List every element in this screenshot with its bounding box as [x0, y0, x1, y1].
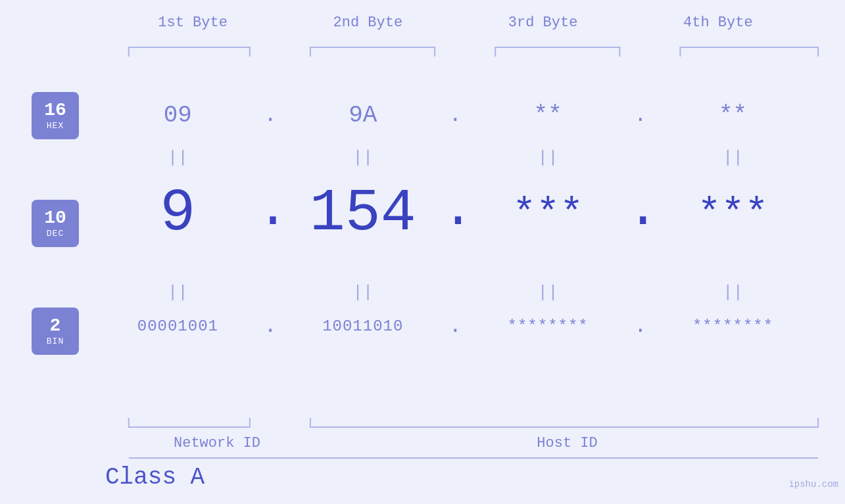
class-label: Class A	[105, 464, 205, 491]
dot-bin-2: .	[442, 314, 468, 338]
equals-row-2: || || || ||	[105, 283, 806, 302]
hex-val-1: 09	[112, 102, 243, 129]
id-labels: Network ID Host ID	[105, 435, 806, 451]
eq-1-2: ||	[297, 148, 429, 168]
hex-val-4: **	[667, 102, 799, 129]
network-id-label: Network ID	[105, 435, 329, 451]
class-section: Class A	[105, 464, 806, 491]
dec-val-4: ***	[667, 194, 799, 243]
col-header-2: 2nd Byte	[295, 14, 440, 31]
bin-badge: 2 BIN	[32, 308, 79, 355]
col-header-1: 1st Byte	[120, 14, 265, 31]
eq-1-4: ||	[667, 148, 799, 168]
dot-dec-1: .	[257, 184, 283, 243]
dec-val-1: 9	[112, 184, 243, 243]
hex-row: 09 . 9A . ** . **	[105, 102, 806, 129]
bin-val-2: 10011010	[297, 317, 429, 335]
hex-val-3: **	[482, 102, 614, 129]
bin-val-1: 00001001	[112, 317, 243, 335]
hex-badge-number: 16	[44, 101, 66, 120]
dec-row: 9 . 154 . *** . ***	[105, 184, 806, 243]
dot-dec-2: .	[442, 184, 468, 243]
hex-val-2: 9A	[297, 102, 429, 129]
column-headers: 1st Byte 2nd Byte 3rd Byte 4th Byte	[105, 14, 806, 31]
badge-column: 16 HEX 10 DEC 2 BIN	[32, 92, 79, 355]
dec-val-3: ***	[482, 194, 614, 243]
dot-bin-3: .	[627, 314, 654, 338]
top-brackets-svg	[105, 45, 845, 58]
dec-val-2: 154	[297, 184, 429, 243]
bin-badge-number: 2	[50, 317, 61, 335]
dot-hex-3: .	[627, 103, 654, 127]
host-id-label: Host ID	[329, 435, 806, 451]
bottom-brackets-svg	[105, 415, 845, 435]
dec-badge-label: DEC	[47, 229, 64, 239]
eq-2-3: ||	[482, 283, 614, 302]
col-header-3: 3rd Byte	[471, 14, 616, 31]
content-layout: 1st Byte 2nd Byte 3rd Byte 4th Byte 09 .…	[105, 0, 845, 504]
eq-2-2: ||	[297, 283, 429, 302]
dec-badge: 10 DEC	[32, 200, 79, 247]
hex-badge-label: HEX	[47, 121, 64, 131]
eq-1-1: ||	[112, 148, 243, 168]
watermark: ipshu.com	[788, 479, 838, 490]
dot-bin-1: .	[257, 314, 283, 338]
dec-badge-number: 10	[44, 209, 66, 227]
eq-2-1: ||	[112, 283, 243, 302]
dot-dec-3: .	[627, 184, 654, 243]
bin-val-3: ********	[482, 317, 614, 335]
bin-val-4: ********	[667, 317, 799, 335]
bin-badge-label: BIN	[47, 336, 64, 346]
main-container: 16 HEX 10 DEC 2 BIN 1st Byte 2nd Byte 3r…	[0, 0, 845, 504]
eq-2-4: ||	[667, 283, 799, 302]
bin-row: 00001001 . 10011010 . ******** . *******…	[105, 314, 806, 338]
hex-badge: 16 HEX	[32, 92, 79, 139]
eq-1-3: ||	[482, 148, 614, 168]
dot-hex-1: .	[257, 103, 283, 127]
dot-hex-2: .	[442, 103, 468, 127]
full-bottom-line-svg	[105, 455, 845, 461]
col-header-4: 4th Byte	[646, 14, 790, 31]
equals-row-1: || || || ||	[105, 148, 806, 168]
